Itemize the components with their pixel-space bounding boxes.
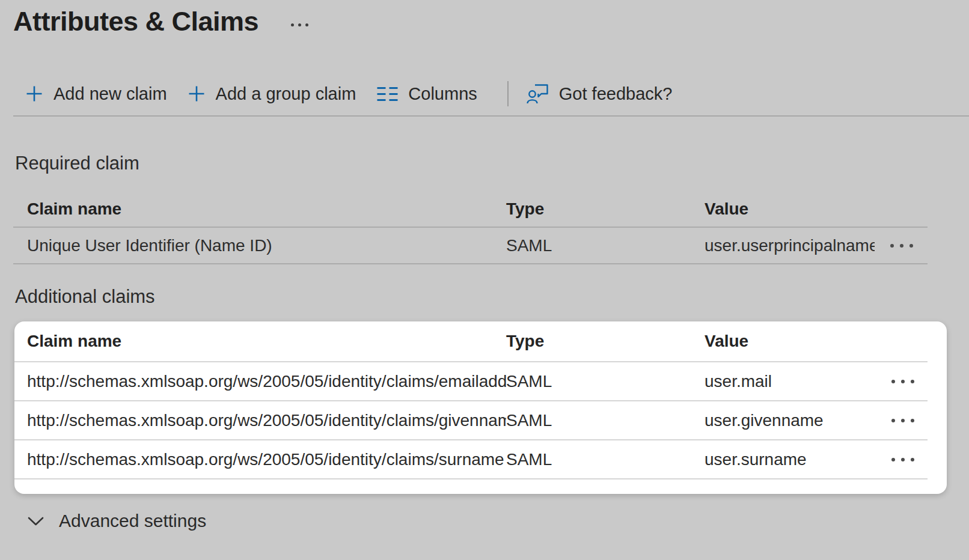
table-separator bbox=[13, 263, 928, 264]
ellipsis-horizontal-icon bbox=[911, 380, 914, 383]
ellipsis-horizontal-icon bbox=[891, 380, 895, 383]
add-new-claim-button[interactable]: Add new claim bbox=[25, 84, 167, 104]
cell-type: SAML bbox=[506, 372, 705, 391]
additional-claims-card: Claim name Type Value http://schemas.xml… bbox=[14, 321, 947, 494]
cell-value: user.mail bbox=[705, 372, 876, 391]
column-header-claim-name: Claim name bbox=[27, 199, 506, 219]
add-group-claim-button[interactable]: Add a group claim bbox=[188, 84, 356, 104]
plus-icon bbox=[25, 85, 43, 103]
add-group-claim-label: Add a group claim bbox=[216, 84, 356, 104]
columns-button[interactable]: Columns bbox=[376, 84, 477, 104]
ellipsis-horizontal-icon bbox=[901, 380, 905, 383]
cell-value: user.givenname bbox=[705, 411, 876, 430]
cell-value: user.surname bbox=[705, 450, 876, 469]
ellipsis-horizontal-icon bbox=[901, 458, 905, 461]
ellipsis-horizontal-icon bbox=[911, 458, 914, 461]
row-context-menu-button[interactable] bbox=[876, 362, 930, 400]
column-header-value: Value bbox=[705, 332, 876, 351]
ellipsis-horizontal-icon bbox=[298, 23, 301, 26]
columns-label: Columns bbox=[408, 84, 477, 104]
page-title: Attributes & Claims bbox=[13, 6, 258, 37]
additional-claims-heading: Additional claims bbox=[15, 286, 155, 308]
toolbar-divider bbox=[507, 81, 509, 106]
cell-type: SAML bbox=[506, 450, 705, 469]
columns-icon bbox=[376, 86, 398, 102]
ellipsis-horizontal-icon bbox=[900, 244, 903, 248]
ellipsis-horizontal-icon bbox=[911, 419, 914, 422]
table-separator bbox=[14, 478, 928, 479]
cell-type: SAML bbox=[506, 236, 705, 255]
command-bar: Add new claim Add a group claim Columns bbox=[25, 79, 672, 109]
got-feedback-button[interactable]: Got feedback? bbox=[527, 84, 673, 105]
add-new-claim-label: Add new claim bbox=[53, 84, 167, 104]
table-row-emailaddress[interactable]: http://schemas.xmlsoap.org/ws/2005/05/id… bbox=[14, 362, 947, 400]
ellipsis-horizontal-icon bbox=[901, 419, 905, 422]
cell-value: user.userprincipalname [... bbox=[705, 236, 875, 255]
column-header-value: Value bbox=[705, 199, 875, 219]
required-claim-table-header: Claim name Type Value bbox=[0, 191, 929, 227]
table-row-unique-user-identifier[interactable]: Unique User Identifier (Name ID) SAML us… bbox=[0, 228, 929, 263]
toolbar-separator bbox=[13, 115, 969, 117]
person-feedback-icon bbox=[527, 84, 549, 105]
row-context-menu-button[interactable] bbox=[876, 401, 930, 439]
plus-icon bbox=[188, 85, 206, 103]
cell-claim-name: http://schemas.xmlsoap.org/ws/2005/05/id… bbox=[27, 450, 506, 469]
cell-type: SAML bbox=[506, 411, 705, 430]
column-header-type: Type bbox=[506, 199, 705, 219]
advanced-settings-label: Advanced settings bbox=[59, 511, 206, 531]
column-header-type: Type bbox=[506, 332, 705, 351]
cell-claim-name: Unique User Identifier (Name ID) bbox=[27, 236, 506, 255]
ellipsis-horizontal-icon bbox=[909, 244, 913, 248]
ellipsis-horizontal-icon bbox=[891, 458, 895, 461]
required-claim-heading: Required claim bbox=[15, 153, 139, 174]
table-row-surname[interactable]: http://schemas.xmlsoap.org/ws/2005/05/id… bbox=[14, 440, 947, 478]
row-context-menu-button[interactable] bbox=[876, 440, 930, 478]
cell-claim-name: http://schemas.xmlsoap.org/ws/2005/05/id… bbox=[27, 372, 506, 391]
row-context-menu-button[interactable] bbox=[875, 228, 929, 263]
table-row-givenname[interactable]: http://schemas.xmlsoap.org/ws/2005/05/id… bbox=[14, 401, 947, 439]
ellipsis-horizontal-icon bbox=[305, 23, 308, 26]
ellipsis-horizontal-icon bbox=[890, 244, 894, 248]
ellipsis-horizontal-icon bbox=[291, 23, 294, 26]
advanced-settings-toggle[interactable]: Advanced settings bbox=[28, 511, 206, 531]
column-header-claim-name: Claim name bbox=[27, 332, 506, 351]
cell-claim-name: http://schemas.xmlsoap.org/ws/2005/05/id… bbox=[27, 411, 506, 430]
additional-claims-table-header: Claim name Type Value bbox=[14, 321, 947, 361]
ellipsis-horizontal-icon bbox=[891, 419, 895, 422]
chevron-down-icon bbox=[28, 516, 44, 526]
required-claim-table: Claim name Type Value Unique User Identi… bbox=[0, 191, 929, 264]
got-feedback-label: Got feedback? bbox=[559, 84, 673, 104]
title-context-menu-button[interactable] bbox=[289, 21, 311, 29]
